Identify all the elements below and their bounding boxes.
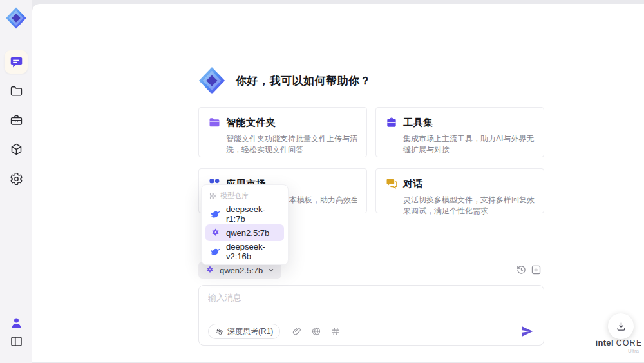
card-dialog[interactable]: 对话 灵活切换多模型文件，支持多样回复效果调试，满足个性化需求: [375, 168, 544, 213]
model-option-label: deepseek-v2:16b: [226, 242, 279, 261]
card-smart-folder[interactable]: 智能文件夹 智能文件夹功能支持批量文件上传与清洗，轻松实现文件问答: [198, 107, 367, 157]
profile-icon: [10, 316, 23, 329]
model-dropdown: 模型仓库 deepseek-r1:7b qwen2.5:7b deepseek-…: [201, 184, 289, 265]
model-dropdown-group: 模型仓库: [205, 188, 284, 204]
deep-think-label: 深度思考(R1): [227, 326, 273, 337]
repository-icon: [209, 192, 217, 200]
paperclip-icon[interactable]: [292, 326, 302, 337]
deepseek-whale-icon: [210, 246, 221, 257]
hero: 你好，我可以如何帮助你？: [197, 66, 371, 95]
sidebar-item-chat[interactable]: [5, 50, 28, 74]
folder-icon: [10, 84, 23, 98]
model-option-deepseek-v2[interactable]: deepseek-v2:16b: [205, 243, 284, 260]
card-desc: 智能文件夹功能支持批量文件上传与清洗，轻松实现文件问答: [226, 133, 357, 155]
send-icon[interactable]: [520, 324, 535, 338]
model-option-label: deepseek-r1:7b: [226, 204, 279, 224]
brand-tier: Ultra: [594, 348, 644, 354]
card-title: 工具集: [403, 117, 433, 129]
hash-icon[interactable]: [330, 326, 341, 337]
model-group-label: 模型仓库: [220, 191, 249, 201]
qwen-icon: [205, 265, 215, 275]
card-title: 智能文件夹: [226, 117, 276, 129]
download-button[interactable]: [608, 313, 634, 339]
toolset-icon: [385, 116, 398, 129]
chat-icon: [10, 55, 23, 69]
greeting-text: 你好，我可以如何帮助你？: [236, 74, 371, 88]
model-option-deepseek-r1[interactable]: deepseek-r1:7b: [205, 206, 284, 222]
deep-think-atom-icon: [215, 328, 223, 336]
history-icon: [516, 264, 527, 275]
card-desc: 灵活切换多模型文件，支持多样回复效果调试，满足个性化需求: [403, 195, 535, 217]
composer: 深度思考(R1): [198, 285, 544, 346]
app-logo-large: [197, 66, 227, 95]
brand-intel: intel: [596, 338, 614, 348]
card-desc: 集成市场上主流工具，助力AI与外界无缝扩展与对接: [403, 133, 535, 155]
globe-icon[interactable]: [311, 326, 321, 337]
app-logo: [3, 5, 29, 31]
intel-core-logo: intel CORE Ultra: [594, 338, 644, 354]
card-toolset[interactable]: 工具集 集成市场上主流工具，助力AI与外界无缝扩展与对接: [375, 107, 544, 157]
sidebar-item-toolbox[interactable]: [5, 108, 28, 132]
card-title: 对话: [403, 178, 423, 190]
main-panel: 你好，我可以如何帮助你？ 智能文件夹 智能文件夹功能支持批量文件上传与清洗，轻松…: [32, 4, 644, 362]
qwen-icon: [210, 228, 221, 239]
chevron-down-icon: [267, 266, 275, 274]
brand-core: CORE: [616, 338, 643, 348]
sidebar: [0, 0, 32, 363]
deepseek-whale-icon: [210, 209, 221, 220]
model-selector-label: qwen2.5:7b: [220, 266, 263, 275]
new-chat-button[interactable]: [531, 264, 542, 275]
download-icon: [616, 321, 627, 332]
sidebar-item-folders[interactable]: [5, 79, 28, 103]
cube-icon: [10, 142, 23, 156]
dialog-icon: [385, 177, 398, 190]
sidebar-item-settings[interactable]: [5, 167, 28, 190]
panel-icon: [10, 335, 23, 348]
history-button[interactable]: [516, 264, 527, 275]
model-option-label: qwen2.5:7b: [226, 228, 269, 238]
model-option-qwen[interactable]: qwen2.5:7b: [205, 224, 284, 241]
sidebar-item-apps[interactable]: [5, 137, 28, 161]
message-input[interactable]: [208, 292, 535, 314]
smart-folder-icon: [208, 116, 221, 129]
toolbox-icon: [10, 113, 23, 127]
new-chat-icon: [531, 264, 542, 275]
sidebar-item-panel[interactable]: [5, 329, 28, 353]
deep-think-toggle[interactable]: 深度思考(R1): [208, 324, 280, 339]
gear-icon: [10, 172, 23, 186]
